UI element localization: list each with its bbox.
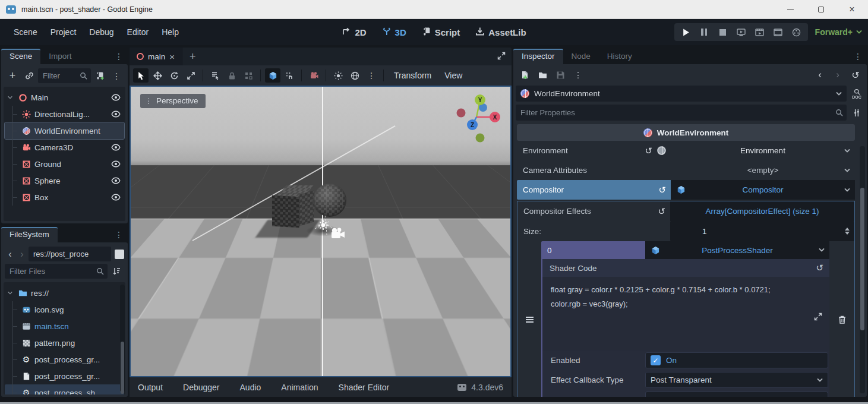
compositor-value-dropdown[interactable]: Compositor bbox=[671, 180, 855, 200]
bottom-panel-debugger[interactable]: Debugger bbox=[183, 383, 220, 392]
fs-filter-input[interactable]: Filter Files bbox=[5, 264, 108, 279]
collapse-arrow-icon[interactable] bbox=[7, 289, 14, 298]
code-maximize-button[interactable] bbox=[814, 311, 822, 326]
element-drag-handle[interactable] bbox=[517, 241, 541, 397]
environment-value-dropdown[interactable]: Environment bbox=[671, 141, 855, 160]
context-tab-2d[interactable]: 2D bbox=[342, 27, 366, 38]
scene-tree-item-worldenvironment[interactable]: WorldEnvironment bbox=[5, 122, 124, 139]
fs-forward-button[interactable]: › bbox=[17, 249, 27, 260]
history-forward-button[interactable]: › bbox=[830, 68, 845, 82]
revert-icon[interactable]: ↺ bbox=[658, 206, 665, 217]
scene-tree-item-ground[interactable]: Ground bbox=[5, 156, 124, 172]
local-space-button[interactable] bbox=[265, 68, 280, 83]
scene-filter-input[interactable]: Filter bbox=[38, 68, 91, 83]
camera-preview-button[interactable] bbox=[306, 68, 321, 83]
viewport-menu-button[interactable]: ⋮ bbox=[364, 68, 379, 83]
context-tab-assetlib[interactable]: AssetLib bbox=[475, 27, 526, 38]
menu-project[interactable]: Project bbox=[44, 27, 83, 37]
resource-menu-button[interactable]: ⋮ bbox=[570, 68, 586, 82]
scale-tool-button[interactable] bbox=[183, 68, 198, 83]
fs-scrollbar-thumb[interactable] bbox=[121, 342, 124, 394]
scene-tree-menu-button[interactable]: ⋮ bbox=[109, 69, 124, 83]
inspector-menu-button[interactable]: ⋮ bbox=[849, 52, 867, 64]
open-docs-button[interactable]: DOC bbox=[849, 89, 864, 99]
revert-icon[interactable]: ↺ bbox=[645, 146, 652, 156]
box-mesh[interactable] bbox=[272, 185, 314, 228]
compositor-effects-array-button[interactable]: Array[CompositorEffect] (size 1) bbox=[670, 201, 854, 221]
close-button[interactable]: × bbox=[845, 3, 858, 16]
play-button[interactable] bbox=[678, 24, 694, 40]
visibility-eye-icon[interactable] bbox=[110, 93, 122, 102]
bottom-panel-shader-editor[interactable]: Shader Editor bbox=[339, 383, 390, 392]
transform-menu[interactable]: Transform bbox=[388, 71, 437, 80]
instance-scene-button[interactable] bbox=[21, 69, 37, 83]
scene-tab-main[interactable]: main × bbox=[130, 48, 182, 65]
fs-tree-item-postprocesssh[interactable]: ⚙post_process_sh... bbox=[5, 384, 124, 394]
node-selector-dropdown[interactable]: WorldEnvironment bbox=[516, 86, 847, 102]
fs-tree-item-patternpng[interactable]: pattern.png bbox=[5, 334, 124, 351]
selection-list-button[interactable] bbox=[207, 68, 223, 83]
visibility-eye-icon[interactable] bbox=[110, 143, 122, 152]
viewport-canvas[interactable]: ⋮ Perspective Y X bbox=[130, 86, 512, 377]
play-movie-button[interactable] bbox=[752, 24, 768, 40]
context-tab-script[interactable]: Script bbox=[422, 27, 460, 38]
property-tools-button[interactable] bbox=[849, 109, 864, 117]
size-spinner[interactable]: 1 bbox=[670, 221, 854, 241]
revert-icon[interactable]: ↺ bbox=[816, 263, 823, 273]
scene-tree-item-sphere[interactable]: Sphere bbox=[5, 172, 124, 189]
move-tool-button[interactable] bbox=[150, 68, 165, 83]
scene-tree-item-camera3d[interactable]: Camera3D bbox=[5, 139, 124, 156]
perspective-menu[interactable]: ⋮ Perspective bbox=[140, 94, 206, 108]
scene-tree-item-box[interactable]: Box bbox=[5, 189, 124, 206]
visibility-eye-icon[interactable] bbox=[110, 192, 122, 202]
inspector-scrollbar-thumb[interactable] bbox=[860, 188, 864, 330]
collapse-arrow-icon[interactable] bbox=[7, 93, 14, 102]
enabled-checkbox[interactable]: ✓ On bbox=[645, 352, 828, 368]
stop-button[interactable] bbox=[715, 24, 731, 40]
visibility-eye-icon[interactable] bbox=[110, 159, 122, 169]
context-tab-3d[interactable]: 3D bbox=[382, 27, 406, 38]
bottom-panel-animation[interactable]: Animation bbox=[281, 383, 318, 392]
shader-code-editor[interactable]: float gray = color.r * 0.2125 + color.g … bbox=[542, 277, 829, 351]
new-scene-tab-button[interactable]: + bbox=[182, 50, 203, 63]
tab-close-icon[interactable]: × bbox=[169, 52, 175, 62]
attach-script-button[interactable] bbox=[92, 69, 108, 83]
menu-scene[interactable]: Scene bbox=[7, 27, 44, 37]
revert-icon[interactable]: ↺ bbox=[658, 185, 666, 195]
element-type-dropdown[interactable]: PostProcessShader bbox=[645, 241, 829, 259]
history-back-button[interactable]: ‹ bbox=[812, 68, 828, 82]
lock-button[interactable] bbox=[224, 68, 239, 83]
scene-gizmos[interactable] bbox=[309, 209, 352, 247]
tab-inspector[interactable]: Inspector bbox=[513, 49, 563, 64]
scene-dock-menu-button[interactable]: ⋮ bbox=[110, 52, 128, 64]
view-menu[interactable]: View bbox=[438, 71, 468, 80]
camera-attributes-value-dropdown[interactable]: <empty> bbox=[671, 160, 855, 180]
snap-toggle-button[interactable] bbox=[282, 68, 297, 83]
visibility-eye-icon[interactable] bbox=[110, 109, 122, 119]
fs-tree-item-iconsvg[interactable]: icon.svg bbox=[5, 301, 124, 318]
tab-import[interactable]: Import bbox=[40, 49, 80, 64]
tab-filesystem[interactable]: FileSystem bbox=[1, 227, 58, 242]
bottom-panel-audio[interactable]: Audio bbox=[240, 383, 261, 392]
fs-tree-item-res[interactable]: res:// bbox=[5, 285, 124, 301]
edit-history-button[interactable]: ↺ bbox=[848, 68, 863, 82]
movie-maker-button[interactable] bbox=[770, 24, 786, 40]
pause-button[interactable] bbox=[696, 24, 712, 40]
distraction-free-button[interactable] bbox=[491, 52, 512, 62]
property-filter-input[interactable]: Filter Properties bbox=[516, 105, 847, 121]
axis-navigation-gizmo[interactable]: Y X Z bbox=[450, 90, 503, 145]
rotate-tool-button[interactable] bbox=[166, 68, 182, 83]
effect-callback-type-dropdown[interactable]: Post Transparent bbox=[645, 372, 828, 388]
bottom-panel-output[interactable]: Output bbox=[138, 383, 163, 392]
play-remote-button[interactable] bbox=[733, 24, 749, 40]
preview-environment-button[interactable] bbox=[347, 68, 362, 83]
renderer-select[interactable]: Forward+ bbox=[815, 27, 862, 37]
visibility-eye-icon[interactable] bbox=[110, 176, 122, 185]
group-button[interactable] bbox=[241, 68, 256, 83]
filesystem-menu-button[interactable]: ⋮ bbox=[110, 230, 128, 242]
menu-help[interactable]: Help bbox=[155, 27, 185, 37]
movie-reel-button[interactable] bbox=[788, 24, 804, 40]
spinner-arrows-icon[interactable] bbox=[845, 228, 850, 235]
new-resource-button[interactable] bbox=[517, 68, 532, 82]
scene-tree-item-main[interactable]: Main bbox=[5, 89, 124, 106]
